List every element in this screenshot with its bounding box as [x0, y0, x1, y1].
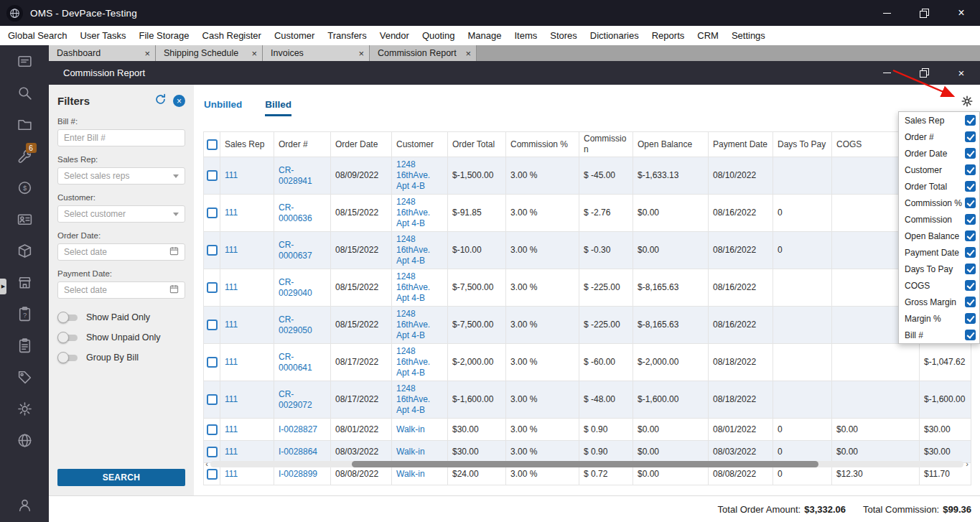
column-header-sales-rep[interactable]: Sales Rep — [220, 132, 274, 157]
sidebar-expand-handle[interactable]: ▶ — [0, 279, 6, 294]
clipboard-question-icon[interactable]: ? — [17, 306, 33, 322]
column-menu-item-payment-date[interactable]: Payment Date — [899, 244, 979, 261]
window-minimize-button[interactable] — [868, 61, 905, 85]
tag-icon[interactable] — [17, 369, 33, 386]
column-menu-item-margin-pct[interactable]: Margin % — [899, 310, 979, 327]
cell-order-no[interactable]: CR-0029050 — [274, 307, 331, 344]
column-settings-gear-icon[interactable] — [961, 95, 974, 108]
menu-item-dictionaries[interactable]: Dictionaries — [584, 26, 645, 45]
tab-close-icon[interactable]: × — [140, 49, 150, 58]
folder-icon[interactable] — [17, 116, 33, 133]
tab-dashboard[interactable]: Dashboard× — [49, 45, 156, 61]
menu-item-crm[interactable]: CRM — [691, 26, 725, 45]
menu-item-file-storage[interactable]: File Storage — [132, 26, 195, 45]
checkbox-checked-icon[interactable] — [965, 330, 976, 340]
cell-customer[interactable]: 1248 16thAve. Apt 4-B — [392, 269, 448, 307]
package-icon[interactable] — [17, 243, 33, 259]
checkbox-checked-icon[interactable] — [965, 297, 976, 307]
scroll-left-icon[interactable]: ‹ — [203, 460, 210, 468]
cell-order-no[interactable]: CR-0028941 — [274, 157, 331, 195]
column-header-order-no[interactable]: Order # — [274, 132, 331, 157]
cell-customer[interactable]: 1248 16thAve. Apt 4-B — [392, 195, 448, 232]
cell-order-no[interactable]: CR-0000637 — [274, 232, 331, 269]
column-menu-item-days-to-pay[interactable]: Days To Pay — [899, 261, 979, 277]
cell-order-no[interactable]: CR-0029040 — [274, 269, 331, 307]
window-close-button[interactable]: × — [943, 61, 980, 85]
menu-item-reports[interactable]: Reports — [645, 26, 691, 45]
column-menu-item-order-total[interactable]: Order Total — [899, 178, 979, 195]
cell-customer[interactable]: 1248 16thAve. Apt 4-B — [392, 307, 448, 344]
row-checkbox[interactable] — [207, 245, 218, 256]
tab-close-icon[interactable]: × — [354, 49, 364, 58]
menu-item-transfers[interactable]: Transfers — [321, 26, 373, 45]
column-header-order-total[interactable]: Order Total — [448, 132, 506, 157]
column-menu-item-customer[interactable]: Customer — [899, 162, 979, 178]
column-header-payment-date[interactable]: Payment Date — [709, 132, 773, 157]
customer-select[interactable]: Select customer — [57, 205, 185, 223]
store-icon[interactable] — [17, 274, 33, 291]
select-all-checkbox[interactable] — [207, 139, 218, 150]
cell-customer[interactable]: 1248 16thAve. Apt 4-B — [392, 381, 448, 419]
user-icon[interactable] — [17, 497, 33, 513]
sales-rep-select[interactable]: Select sales reps — [57, 167, 185, 185]
group-by-bill-toggle[interactable] — [57, 352, 79, 363]
row-checkbox[interactable] — [207, 282, 218, 293]
checkbox-checked-icon[interactable] — [965, 230, 976, 241]
show-unpaid-only-toggle[interactable] — [57, 332, 79, 343]
scrollbar-track[interactable] — [210, 461, 963, 467]
search-button[interactable]: SEARCH — [57, 469, 185, 486]
tab-commission-report[interactable]: Commission Report× — [370, 45, 477, 61]
menu-item-items[interactable]: Items — [508, 26, 543, 45]
tab-invoices[interactable]: Invoices× — [263, 45, 370, 61]
cell-customer[interactable]: 1248 16thAve. Apt 4-B — [392, 344, 448, 381]
menu-item-manage[interactable]: Manage — [461, 26, 508, 45]
menu-item-settings[interactable]: Settings — [725, 26, 772, 45]
cell-order-no[interactable]: CR-0029072 — [274, 381, 331, 419]
column-header-commission-pct[interactable]: Commission % — [506, 132, 579, 157]
payment-date-input[interactable]: Select date — [57, 281, 185, 299]
filters-close-icon[interactable]: × — [173, 95, 185, 107]
column-menu-item-commission-pct[interactable]: Commission % — [899, 195, 979, 211]
checkbox-checked-icon[interactable] — [965, 181, 976, 192]
row-checkbox[interactable] — [207, 394, 218, 405]
checkbox-checked-icon[interactable] — [965, 148, 976, 159]
clipboard-icon[interactable] — [17, 337, 33, 354]
row-checkbox[interactable] — [207, 208, 218, 218]
row-checkbox[interactable] — [207, 469, 218, 480]
checkbox-checked-icon[interactable] — [965, 247, 976, 258]
tab-unbilled[interactable]: Unbilled — [204, 99, 242, 114]
gear-icon[interactable] — [17, 401, 33, 417]
column-menu-item-commission[interactable]: Commission — [899, 211, 979, 228]
checkbox-checked-icon[interactable] — [965, 313, 976, 324]
column-header-commission[interactable]: Commission — [579, 132, 633, 157]
tab-billed[interactable]: Billed — [265, 99, 291, 116]
column-menu-item-bill-no[interactable]: Bill # — [899, 327, 979, 343]
tab-shipping-schedule[interactable]: Shipping Schedule× — [156, 45, 263, 61]
row-checkbox[interactable] — [207, 320, 218, 330]
window-restore-button[interactable] — [905, 61, 943, 85]
column-menu-item-order-no[interactable]: Order # — [899, 129, 979, 145]
dashboard-icon[interactable] — [17, 53, 33, 70]
column-header-open-balance[interactable]: Open Balance — [633, 132, 709, 157]
menu-item-user-tasks[interactable]: User Tasks — [73, 26, 132, 45]
row-checkbox[interactable] — [207, 447, 218, 457]
row-checkbox[interactable] — [207, 357, 218, 368]
checkbox-checked-icon[interactable] — [965, 164, 976, 175]
menu-item-vendor[interactable]: Vendor — [373, 26, 416, 45]
checkbox-checked-icon[interactable] — [965, 214, 976, 225]
menu-item-customer[interactable]: Customer — [268, 26, 321, 45]
show-paid-only-toggle[interactable] — [57, 312, 79, 323]
order-date-input[interactable]: Select date — [57, 243, 185, 261]
column-header-days-to-pay[interactable]: Days To Pay — [773, 132, 832, 157]
cell-order-no[interactable]: I-0028864 — [274, 441, 331, 463]
cell-customer[interactable]: 1248 16thAve. Apt 4-B — [392, 232, 448, 269]
cell-customer[interactable]: 1248 16thAve. Apt 4-B — [392, 157, 448, 195]
bill-number-input[interactable] — [57, 129, 185, 146]
app-close-button[interactable]: × — [943, 0, 980, 26]
column-menu-item-open-balance[interactable]: Open Balance — [899, 228, 979, 244]
cell-order-no[interactable]: CR-0000641 — [274, 344, 331, 381]
tab-close-icon[interactable]: × — [461, 49, 471, 58]
menu-item-global-search[interactable]: Global Search — [1, 26, 73, 45]
column-menu-item-gross-margin[interactable]: Gross Margin — [899, 294, 979, 310]
checkbox-checked-icon[interactable] — [965, 131, 976, 142]
